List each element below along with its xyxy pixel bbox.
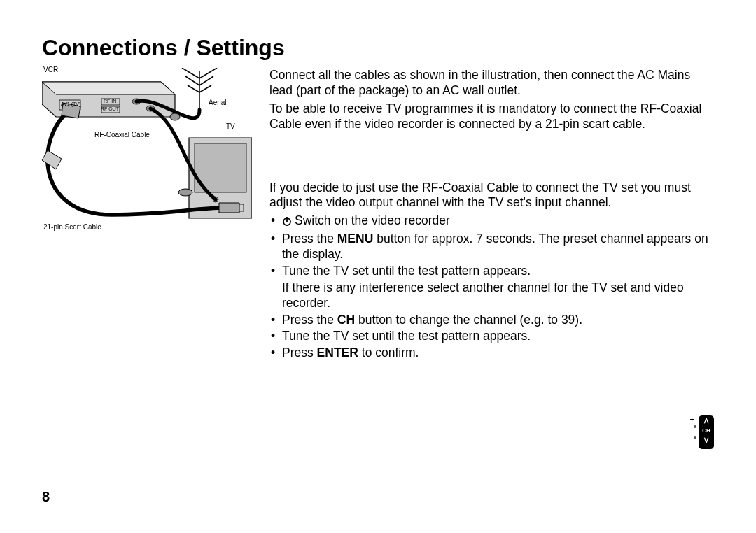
step-2: Press the MENU button for approx. 7 seco… — [270, 232, 714, 262]
ch-plus-label: + — [690, 415, 694, 423]
manual-page: Connections / Settings — [0, 0, 756, 533]
step-3-cont: If there is any interference select anot… — [270, 280, 714, 311]
svg-line-14 — [200, 85, 211, 92]
ch-led-bottom — [694, 436, 696, 439]
svg-line-9 — [182, 68, 200, 78]
ch-rocker-icon: ᐱ CH ᐯ — [699, 415, 714, 449]
ch-led-top — [694, 425, 696, 428]
connection-diagram: VCR Aerial TV RF-Coaxial Cable 21-pin Sc… — [42, 68, 252, 362]
ch-down-arrow: ᐯ — [699, 436, 714, 445]
page-title: Connections / Settings — [42, 35, 714, 61]
label-av1: AV1 (TV) — [61, 101, 80, 106]
intro-p1: Connect all the cables as shown in the i… — [270, 68, 714, 99]
svg-point-21 — [178, 189, 192, 196]
step-1: Switch on the video recorder — [270, 213, 714, 230]
page-number: 8 — [42, 489, 50, 505]
ch-up-arrow: ᐱ — [699, 417, 714, 425]
svg-marker-23 — [219, 203, 239, 213]
label-scart: 21-pin Scart Cable — [43, 223, 102, 231]
svg-point-15 — [170, 113, 180, 120]
intro-p2: To be able to receive TV programmes it i… — [270, 101, 714, 132]
step-5: Tune the TV set until the test pattern a… — [270, 329, 714, 344]
step-4: Press the CH button to change the channe… — [270, 313, 714, 328]
svg-line-10 — [200, 68, 217, 78]
step-6: Press ENTER to confirm. — [270, 346, 714, 361]
label-rfout: RF OUT — [101, 106, 119, 111]
text-column: Connect all the cables as shown in the i… — [270, 68, 714, 362]
svg-line-13 — [188, 85, 200, 92]
svg-marker-2 — [42, 82, 175, 94]
content-row: VCR Aerial TV RF-Coaxial Cable 21-pin Sc… — [42, 68, 714, 362]
spacer — [270, 135, 714, 180]
instruction-list: Switch on the video recorder Press the M… — [270, 213, 714, 361]
ch-minus-label: − — [690, 441, 694, 450]
label-tv: TV — [226, 122, 235, 130]
mid-para: If you decide to just use the RF-Coaxial… — [270, 180, 714, 211]
ch-label: CH — [699, 425, 714, 436]
step-3: Tune the TV set until the test pattern a… — [270, 264, 714, 279]
power-icon — [282, 215, 292, 230]
label-vcr: VCR — [43, 66, 58, 73]
label-aerial: Aerial — [209, 99, 227, 106]
diagram-svg — [42, 68, 252, 243]
label-rfin: RF IN — [104, 99, 116, 104]
svg-marker-24 — [42, 150, 62, 169]
label-rfcoax: RF-Coaxial Cable — [94, 131, 150, 138]
